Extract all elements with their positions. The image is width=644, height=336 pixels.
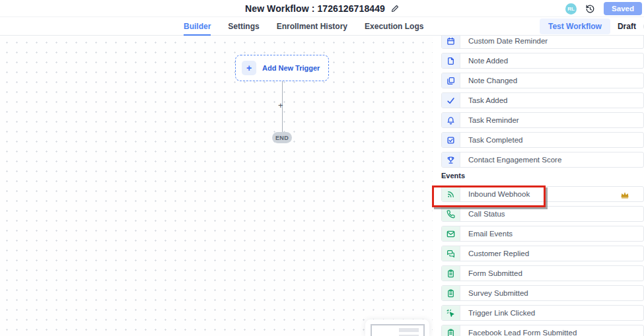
list-item-survey-submitted[interactable]: Survey Submitted [441,285,644,301]
list-item-label: Task Completed [460,136,522,144]
tab-enrollment-history[interactable]: Enrollment History [277,17,347,36]
list-item-label: Facebook Lead Form Submitted [460,329,577,336]
list-item-contact-engagement-score[interactable]: Contact Engagement Score [441,152,644,168]
trophy-icon [442,152,460,167]
workflow-actions: Test Workflow Draft Publish [540,17,644,36]
checkbox-icon [442,133,460,147]
list-item-facebook-lead-form-submitted[interactable]: Facebook Lead Form Submitted [441,325,644,336]
end-node: END [272,132,292,143]
list-item-label: Call Status [460,210,505,218]
placeholder-bar [399,328,419,332]
top-header: New Workflow : 1726126718449 RL Saved [0,0,644,17]
plus-icon: + [242,61,256,75]
list-item-inbound-webhook[interactable]: Inbound Webhook [441,186,644,202]
add-trigger-label: Add New Trigger [262,64,320,72]
cursor-click-icon [442,306,460,320]
list-item-label: Inbound Webhook [460,190,530,198]
list-item-note-added[interactable]: Note Added [441,53,644,69]
tab-builder[interactable]: Builder [184,17,211,36]
webhook-icon [442,187,460,201]
list-item-task-reminder[interactable]: Task Reminder [441,112,644,128]
list-item-custom-date-reminder[interactable]: Custom Date Reminder [441,36,644,49]
list-item-label: Customer Replied [460,250,529,257]
list-item-label: Note Changed [460,77,517,84]
list-item-email-events[interactable]: Email Events [441,226,644,242]
list-item-label: Form Submitted [460,269,522,277]
list-item-customer-replied[interactable]: Customer Replied [441,246,644,261]
tab-settings[interactable]: Settings [228,17,259,36]
note-changed-icon [442,73,460,88]
list-item-label: Email Events [460,230,513,238]
tab-bar: Builder Settings Enrollment History Exec… [0,17,644,36]
list-item-call-status[interactable]: Call Status [441,206,644,222]
events-section-header: Events [441,172,644,180]
trigger-list: Custom Date Reminder Note Added Note Cha… [433,36,644,336]
list-item-label: Survey Submitted [460,289,528,297]
list-item-task-added[interactable]: Task Added [441,92,644,108]
premium-crown-icon [620,190,629,199]
list-item-form-submitted[interactable]: Form Submitted [441,265,644,281]
list-item-label: Contact Engagement Score [460,156,561,164]
header-actions: RL Saved [565,0,642,17]
bell-icon [442,113,460,127]
list-item-note-changed[interactable]: Note Changed [441,73,644,88]
history-icon[interactable] [585,4,595,14]
avatar[interactable]: RL [565,3,577,15]
draft-label: Draft [618,22,636,31]
note-icon [442,53,460,68]
clipboard-icon [442,286,460,300]
workflow-canvas[interactable]: + Add New Trigger + END [0,36,433,336]
phone-icon [442,207,460,221]
preview-thumbnail [371,324,425,336]
add-step-plus-icon[interactable]: + [278,101,283,110]
list-item-task-completed[interactable]: Task Completed [441,132,644,148]
list-item-label: Task Reminder [460,116,519,124]
trigger-sidebar[interactable]: Custom Date Reminder Note Added Note Cha… [433,36,644,336]
edit-title-icon[interactable] [391,5,399,13]
list-item-label: Note Added [460,57,508,65]
add-new-trigger-button[interactable]: + Add New Trigger [235,55,329,81]
list-item-label: Custom Date Reminder [460,37,548,45]
tabs: Builder Settings Enrollment History Exec… [184,17,423,36]
chat-icon [442,246,460,261]
page-title: New Workflow : 1726126718449 [245,3,385,14]
mail-icon [442,226,460,241]
title-wrap: New Workflow : 1726126718449 [0,0,644,17]
list-item-trigger-link-clicked[interactable]: Trigger Link Clicked [441,305,644,321]
preview-popup [365,319,429,336]
clipboard-icon [442,325,460,336]
calendar-icon [442,36,460,48]
check-icon [442,93,460,108]
tab-execution-logs[interactable]: Execution Logs [365,17,423,36]
list-item-label: Task Added [460,96,507,104]
saved-button[interactable]: Saved [604,2,642,15]
list-item-label: Trigger Link Clicked [460,309,535,317]
test-workflow-button[interactable]: Test Workflow [540,18,610,34]
clipboard-icon [442,266,460,281]
